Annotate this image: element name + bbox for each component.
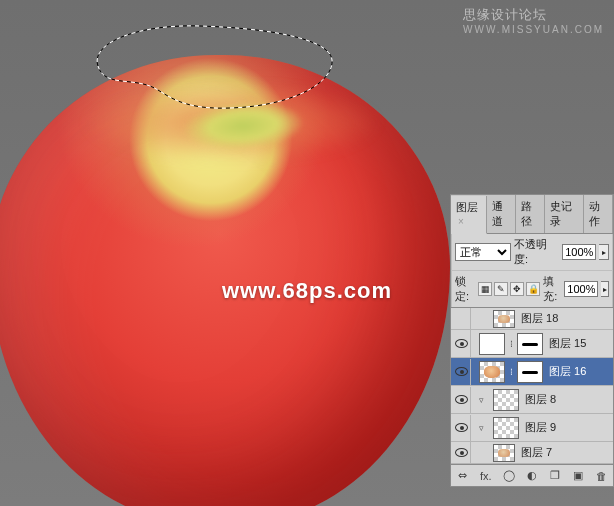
layer-thumbnail[interactable] (493, 310, 515, 328)
tab-channels[interactable]: 通道 (487, 195, 516, 233)
layer-mask-thumbnail[interactable] (517, 361, 543, 383)
opacity-flyout-icon[interactable]: ▸ (599, 244, 609, 260)
eye-icon (455, 339, 468, 348)
panel-tab-strip: 图层× 通道 路径 史记录 动作 (451, 195, 613, 234)
watermark-top: 思缘设计论坛 WWW.MISSYUAN.COM (463, 6, 604, 35)
blend-mode-select[interactable]: 正常 (455, 243, 511, 261)
visibility-toggle[interactable] (453, 415, 471, 441)
visibility-toggle[interactable] (453, 331, 471, 357)
watermark-center: www.68ps.com (222, 278, 392, 304)
layer-name[interactable]: 图层 7 (517, 445, 552, 460)
layer-name[interactable]: 图层 9 (521, 420, 556, 435)
lock-pixels-icon[interactable]: ✎ (494, 282, 508, 296)
layer-name[interactable]: 图层 15 (545, 336, 586, 351)
tab-layers-label: 图层 (456, 201, 478, 213)
layer-mask-thumbnail[interactable] (517, 333, 543, 355)
nest-arrow-icon[interactable]: ▿ (473, 423, 491, 433)
watermark-top-url: WWW.MISSYUAN.COM (463, 24, 604, 35)
fill-input[interactable] (564, 281, 598, 297)
layer-name[interactable]: 图层 16 (545, 364, 586, 379)
mask-link-icon[interactable]: ⁞ (507, 367, 515, 377)
lock-label: 锁定: (455, 274, 473, 304)
lock-position-icon[interactable]: ✥ (510, 282, 524, 296)
eye-icon (455, 448, 468, 457)
visibility-toggle[interactable] (453, 440, 471, 465)
lock-icon-group: ▦ ✎ ✥ 🔒 (478, 282, 540, 296)
opacity-label: 不透明度: (514, 237, 559, 267)
link-layers-icon[interactable]: ⇔ (455, 468, 471, 484)
lock-fill-row: 锁定: ▦ ✎ ✥ 🔒 填充: ▸ (451, 271, 613, 308)
blend-opacity-row: 正常 不透明度: ▸ (451, 234, 613, 271)
fx-icon[interactable]: fx. (478, 468, 494, 484)
visibility-toggle[interactable] (453, 308, 471, 332)
layer-thumbnail[interactable] (479, 333, 505, 355)
watermark-top-text: 思缘设计论坛 (463, 7, 547, 22)
visibility-toggle[interactable] (453, 387, 471, 413)
mask-link-icon[interactable]: ⁞ (507, 339, 515, 349)
tab-close-icon[interactable]: × (458, 216, 464, 227)
layer-thumbnail[interactable] (479, 361, 505, 383)
layer-row[interactable]: ⁞ 图层 15 (451, 330, 613, 358)
eye-icon (455, 395, 468, 404)
nest-arrow-icon[interactable]: ▿ (473, 395, 491, 405)
tab-layers[interactable]: 图层× (451, 196, 487, 234)
layers-panel: 图层× 通道 路径 史记录 动作 正常 不透明度: ▸ 锁定: ▦ ✎ ✥ 🔒 … (450, 194, 614, 487)
layer-thumbnail[interactable] (493, 389, 519, 411)
layer-row-selected[interactable]: ⁞ 图层 16 (451, 358, 613, 386)
add-mask-icon[interactable]: ◯ (501, 468, 517, 484)
layer-name[interactable]: 图层 18 (517, 311, 558, 326)
tab-paths[interactable]: 路径 (516, 195, 545, 233)
delete-layer-icon[interactable]: 🗑 (593, 468, 609, 484)
new-layer-icon[interactable]: ▣ (570, 468, 586, 484)
layer-row[interactable]: ▿ 图层 8 (451, 386, 613, 414)
opacity-input[interactable] (562, 244, 596, 260)
layer-thumbnail[interactable] (493, 417, 519, 439)
lock-all-icon[interactable]: 🔒 (526, 282, 540, 296)
layer-name[interactable]: 图层 8 (521, 392, 556, 407)
layer-thumbnail[interactable] (493, 444, 515, 462)
panel-footer: ⇔ fx. ◯ ◐ ❐ ▣ 🗑 (451, 464, 613, 486)
layer-row[interactable]: ▿ 图层 9 (451, 414, 613, 442)
lock-transparency-icon[interactable]: ▦ (478, 282, 492, 296)
visibility-toggle[interactable] (453, 359, 471, 385)
layer-list: 图层 18 ⁞ 图层 15 ⁞ 图层 16 ▿ (451, 308, 613, 464)
tab-history[interactable]: 史记录 (545, 195, 583, 233)
tab-actions[interactable]: 动作 (584, 195, 613, 233)
fill-label: 填充: (543, 274, 561, 304)
adjustment-layer-icon[interactable]: ◐ (524, 468, 540, 484)
fill-flyout-icon[interactable]: ▸ (601, 281, 609, 297)
layer-row[interactable]: 图层 7 (451, 442, 613, 464)
new-group-icon[interactable]: ❐ (547, 468, 563, 484)
eye-icon (455, 423, 468, 432)
layer-row[interactable]: 图层 18 (451, 308, 613, 330)
canvas-workspace[interactable]: 思缘设计论坛 WWW.MISSYUAN.COM www.68ps.com 图层×… (0, 0, 614, 506)
eye-icon (455, 367, 468, 376)
